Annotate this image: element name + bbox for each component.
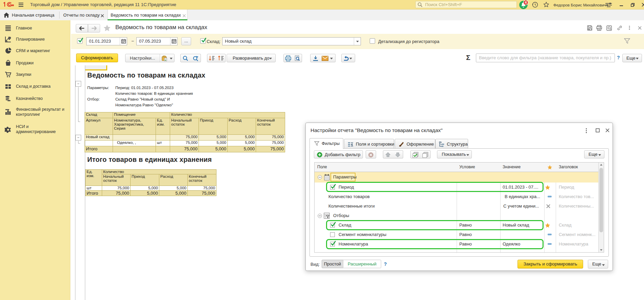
svg-text:4: 4 [525,0,527,4]
